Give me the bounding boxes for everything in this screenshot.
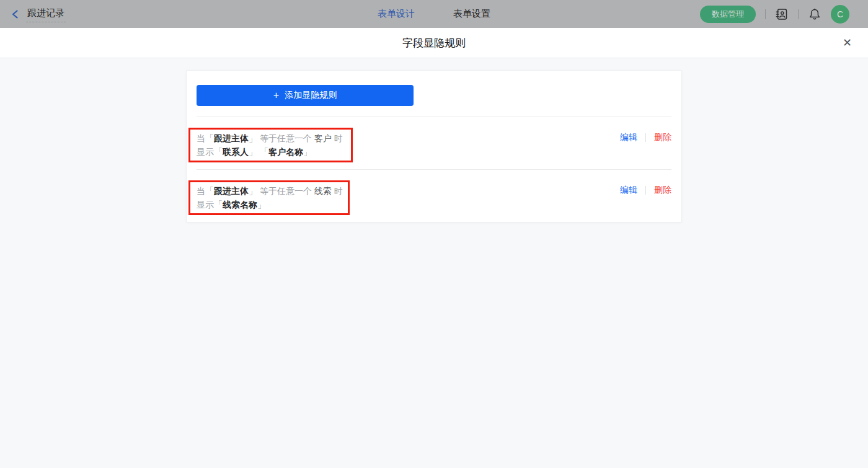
add-rule-label: 添加显隐规则: [285, 90, 337, 101]
rule-value: 线索: [314, 186, 332, 196]
rule-condition-field: 跟进主体: [214, 186, 249, 196]
back-button[interactable]: [10, 9, 21, 20]
bracket: 「: [260, 147, 268, 157]
rule-actions: 编辑 删除: [620, 184, 671, 196]
form-name-label[interactable]: 跟进记录: [26, 6, 66, 22]
bracket: 」: [249, 186, 257, 196]
bracket: 「: [214, 147, 223, 157]
topbar-divider: [798, 9, 799, 19]
topbar: 跟进记录 表单设计 表单设置 数据管理 C: [0, 0, 868, 28]
rule-action-line: 显示「联系人」 「客户名称」: [197, 145, 343, 159]
tab-form-design[interactable]: 表单设计: [378, 8, 415, 20]
bracket: 」: [249, 133, 257, 143]
address-book-icon[interactable]: [775, 7, 789, 21]
rule-text: 当「跟进主体」 等于任意一个 客户 时 显示「联系人」 「客户名称」: [197, 131, 343, 159]
rule-suffix: 时: [334, 186, 343, 196]
add-rule-button[interactable]: + 添加显隐规则: [197, 85, 414, 106]
rule-action: 显示: [197, 147, 214, 157]
rule-condition-line: 当「跟进主体」 等于任意一个 线索 时: [197, 184, 343, 198]
topbar-left: 跟进记录: [0, 0, 66, 28]
rule-actions: 编辑 删除: [620, 131, 671, 143]
card-top: + 添加显隐规则: [187, 71, 681, 117]
delete-button[interactable]: 删除: [654, 185, 671, 196]
user-avatar[interactable]: C: [831, 5, 849, 24]
edit-button[interactable]: 编辑: [620, 132, 637, 143]
topbar-divider: [765, 9, 766, 19]
rule-show-field: 线索名称: [223, 200, 257, 210]
topbar-right: 数据管理 C: [700, 0, 849, 28]
data-manage-button[interactable]: 数据管理: [700, 6, 756, 23]
modal-header: 字段显隐规则 ✕: [0, 28, 868, 58]
edit-button[interactable]: 编辑: [620, 185, 637, 196]
rule-action: 显示: [197, 200, 214, 210]
modal-body: + 添加显隐规则 当「跟进主体」 等于任意一个 客户 时 显示「联系人」 「客户…: [0, 59, 868, 468]
bracket: 」: [257, 200, 266, 210]
action-divider: [645, 186, 646, 195]
rule-operator: 等于任意一个: [260, 186, 312, 196]
rule-value: 客户: [314, 133, 332, 143]
tab-form-settings[interactable]: 表单设置: [453, 8, 490, 20]
plus-icon: +: [273, 91, 279, 100]
rule-when: 当: [197, 186, 205, 196]
rule-row: 当「跟进主体」 等于任意一个 客户 时 显示「联系人」 「客户名称」 编辑 删除: [197, 117, 671, 169]
rule-show-field: 联系人: [223, 147, 249, 157]
rule-condition-field: 跟进主体: [214, 133, 249, 143]
rule-suffix: 时: [334, 133, 343, 143]
bracket: 」: [303, 147, 312, 157]
notification-bell-icon[interactable]: [808, 7, 822, 21]
delete-button[interactable]: 删除: [654, 132, 671, 143]
rules-card: + 添加显隐规则 当「跟进主体」 等于任意一个 客户 时 显示「联系人」 「客户…: [186, 70, 682, 223]
bracket: 」: [249, 147, 257, 157]
action-divider: [645, 133, 646, 142]
bracket: 「: [205, 186, 214, 196]
rule-condition-line: 当「跟进主体」 等于任意一个 客户 时: [197, 131, 343, 145]
rule-row: 当「跟进主体」 等于任意一个 线索 时 显示「线索名称」 编辑 删除: [197, 169, 671, 222]
rule-when: 当: [197, 133, 205, 143]
bracket: 「: [214, 200, 223, 210]
rule-show-field: 客户名称: [268, 147, 303, 157]
rule-text: 当「跟进主体」 等于任意一个 线索 时 显示「线索名称」: [197, 184, 343, 211]
rule-action-line: 显示「线索名称」: [197, 198, 343, 211]
rule-operator: 等于任意一个: [260, 133, 312, 143]
modal-title: 字段显隐规则: [402, 36, 466, 50]
close-icon[interactable]: ✕: [843, 37, 852, 48]
bracket: 「: [205, 133, 214, 143]
topbar-tabs: 表单设计 表单设置: [378, 0, 490, 28]
chevron-left-icon: [10, 9, 21, 20]
